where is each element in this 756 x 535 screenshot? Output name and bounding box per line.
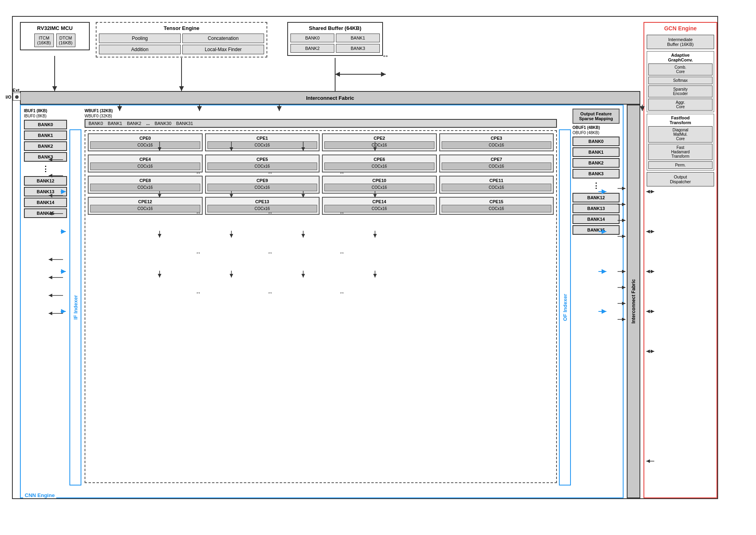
obuf-bank3: BANK3 [572, 169, 620, 178]
shared-bank0: BANK0 [290, 34, 334, 42]
ibuf-dots: ⋮ [24, 163, 67, 175]
gcn-engine-box: GCN Engine IntermediateBuffer (16KB) Ada… [643, 22, 717, 498]
cpe14-label: CPE14 [324, 199, 434, 204]
if-indexer: IF Indexer [69, 129, 81, 485]
cpe5-label: CPE5 [207, 157, 318, 162]
cpe4-coc: COCx16 [90, 162, 200, 170]
ext-io-cross: ⊗ [13, 93, 21, 101]
gcn-sparsity-encoder: SparsityEncoder [648, 85, 713, 97]
obuf-dots: ⋮ [572, 180, 620, 192]
cpe1-coc: COCx16 [207, 141, 318, 149]
cpe4-block: CPE4 COCx16 [88, 155, 203, 172]
tensor-engine-title: Tensor Engine [99, 25, 264, 31]
cpe3-block: CPE3 COCx16 [439, 133, 554, 151]
cpe3-coc: COCx16 [442, 141, 552, 149]
tensor-localmax: Local-Max Finder [182, 45, 264, 54]
obuf0-label: OBUF0 (48KB) [572, 131, 620, 135]
cpe9-coc: COCx16 [207, 184, 318, 191]
cpe-row-1: CPE4 COCx16 CPE5 COCx16 CPE6 COCx16 CPE7… [88, 155, 554, 172]
wbuf-bank31: BANK31 [176, 121, 193, 126]
cnn-engine-label: CNN Engine [23, 492, 56, 498]
ibuf-bank12: BANK12 [24, 176, 67, 186]
main-diagram: RV32IMC MCU ITCM(16KB) DTCM(16KB) Tensor… [0, 0, 722, 503]
ibuf1-label: IBUF1 (8KB) [24, 109, 67, 113]
obuf-bank13: BANK13 [572, 204, 620, 213]
ibuf-bank14: BANK14 [24, 198, 67, 207]
cpe6-block: CPE6 COCx16 [322, 155, 437, 172]
obuf-bank1: BANK1 [572, 147, 620, 157]
gcn-perm: Perm. [648, 161, 713, 169]
wbuf-dots: ... [146, 121, 150, 126]
cpe0-block: CPE0 COCx16 [88, 133, 203, 151]
obuf1-label: OBUF1 (48KB) [572, 125, 620, 130]
wbuf-banks-row: BANK0 BANK1 BANK2 ... BANK30 BANK31 [85, 119, 557, 128]
cpe13-block: CPE13 COCx16 [205, 197, 320, 215]
tensor-pooling: Pooling [99, 34, 181, 43]
cpe8-label: CPE8 [90, 178, 200, 183]
cpe12-block: CPE12 COCx16 [88, 197, 203, 215]
wbuf-bank2: BANK2 [127, 121, 141, 126]
cpe-row-2: CPE8 COCx16 CPE9 COCx16 CPE10 COCx16 CPE… [88, 176, 554, 194]
wbuf0-label: WBUF0 (32KB) [85, 114, 557, 118]
gcn-comb-core: Comb.Core [648, 63, 713, 75]
cpe0-coc: COCx16 [90, 141, 200, 149]
shared-bank2: BANK2 [290, 44, 334, 53]
if-indexer-label: IF Indexer [73, 295, 79, 319]
ibuf0-label: IBUF0 (8KB) [24, 114, 67, 118]
cpe15-label: CPE15 [442, 199, 552, 204]
wbuf-bank30: BANK30 [154, 121, 171, 126]
cpe15-block: CPE15 COCx16 [439, 197, 554, 215]
cpe13-label: CPE13 [207, 199, 318, 204]
of-indexer-label: OF Indexer [562, 294, 568, 321]
cpe11-coc: COCx16 [442, 184, 552, 191]
cpe1-label: CPE1 [207, 136, 318, 141]
output-feature-sparse-mapping: Output Feature Sparse Mapping [572, 109, 620, 124]
ibuf-section: IBUF1 (8KB) IBUF0 (8KB) BANK0 BANK1 BANK… [24, 109, 67, 218]
cpe10-block: CPE10 COCx16 [322, 176, 437, 194]
ext-io-label: Ext.I/O ⊗ [6, 88, 21, 101]
obuf-bank2: BANK2 [572, 158, 620, 168]
gcn-fastfood-label: FastfoodTransform [648, 115, 713, 125]
cnn-engine-box: CNN Engine IBUF1 (8KB) IBUF0 (8KB) BANK0… [20, 105, 624, 498]
cpe4-label: CPE4 [90, 157, 200, 162]
cpe11-block: CPE11 COCx16 [439, 176, 554, 194]
gcn-output-dispatcher: OutputDispatcher [647, 172, 714, 186]
wbuf-bank0: BANK0 [89, 121, 103, 126]
cpe12-coc: COCx16 [90, 205, 200, 212]
cpe7-coc: COCx16 [442, 162, 552, 170]
wbuf-bank1: BANK1 [108, 121, 122, 126]
ibuf-bank0: BANK0 [24, 120, 67, 129]
cpe5-block: CPE5 COCx16 [205, 155, 320, 172]
wbuf1-label: WBUF1 (32KB) [85, 109, 557, 113]
obuf-bank15: BANK15 [572, 225, 620, 235]
shared-bank1: BANK1 [336, 34, 380, 42]
ibuf-bank3: BANK3 [24, 152, 67, 162]
cpe9-label: CPE9 [207, 178, 318, 183]
cpe0-label: CPE0 [90, 136, 200, 141]
ibuf-banks: BANK0 BANK1 BANK2 BANK3 ⋮ BANK12 BANK13 … [24, 120, 67, 218]
arrow-shared-ic: ↔ [382, 52, 389, 60]
cpe14-coc: COCx16 [324, 205, 434, 212]
wbuf-cpe-area: WBUF1 (32KB) WBUF0 (32KB) BANK0 BANK1 BA… [85, 109, 557, 485]
mcu-block: RV32IMC MCU ITCM(16KB) DTCM(16KB) [20, 22, 90, 50]
tensor-concatenation: Concatenation [182, 34, 264, 43]
cpe8-coc: COCx16 [90, 184, 200, 191]
gcn-aggr-core: Aggr.Core [648, 99, 713, 111]
cpe2-coc: COCx16 [324, 141, 434, 149]
obuf-bank0: BANK0 [572, 137, 620, 146]
cpe10-coc: COCx16 [324, 184, 434, 191]
dtcm-block: DTCM(16KB) [56, 34, 75, 47]
cpe6-label: CPE6 [324, 157, 434, 162]
cpe8-block: CPE8 COCx16 [88, 176, 203, 194]
tensor-addition: Addition [99, 45, 181, 54]
gcn-title: GCN Engine [647, 25, 714, 32]
cpe12-label: CPE12 [90, 199, 200, 204]
cpe3-label: CPE3 [442, 136, 552, 141]
ibuf-bank1: BANK1 [24, 131, 67, 140]
of-indexer: OF Indexer [559, 129, 571, 485]
ibuf-bank2: BANK2 [24, 141, 67, 151]
itcm-block: ITCM(16KB) [34, 34, 53, 47]
cpe1-block: CPE1 COCx16 [205, 133, 320, 151]
cpe9-block: CPE9 COCx16 [205, 176, 320, 194]
cpe11-label: CPE11 [442, 178, 552, 183]
